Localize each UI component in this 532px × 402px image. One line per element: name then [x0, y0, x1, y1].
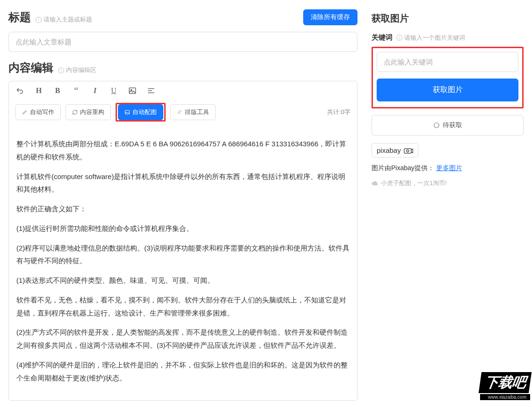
layout-tool-label: 排版工具 [185, 108, 209, 116]
auto-write-label: 自动写作 [30, 108, 54, 116]
svg-point-8 [407, 150, 409, 152]
pencil-icon [22, 109, 28, 115]
content-paragraph: (2)生产方式不同的软件是开发，是人类智能的高发挥，而不是传统意义上的硬件制造。… [16, 326, 350, 352]
format-toolbar: H B “ I U [9, 81, 357, 100]
action-buttons: 自动写作 内容重构 自动配图 排版工具 [15, 103, 216, 122]
undo-icon[interactable] [15, 86, 25, 95]
auto-image-button[interactable]: 自动配图 [118, 104, 163, 120]
italic-icon[interactable]: I [90, 86, 100, 95]
keyword-input[interactable] [377, 52, 518, 72]
title-group: 标题 i 请输入主题或标题 [8, 10, 92, 25]
picture-icon [124, 109, 130, 115]
title-header: 标题 i 请输入主题或标题 清除所有缓存 [8, 9, 357, 25]
heading-icon[interactable]: H [34, 86, 44, 95]
title-label: 标题 [8, 10, 31, 25]
status-button[interactable]: 待获取 [372, 115, 524, 136]
sidebar: 获取图片 关键词 i 请输入一个图片关键词 获取图片 待获取 pixabay 图… [366, 0, 532, 402]
wand-icon [177, 109, 182, 115]
editor: H B “ I U 自动写作 内容重构 [8, 81, 357, 401]
keyword-hint: i 请输入一个图片关键词 [396, 34, 465, 42]
more-images-link[interactable]: 更多图片 [436, 164, 462, 172]
svg-rect-7 [404, 148, 411, 153]
underline-icon[interactable]: U [109, 86, 118, 95]
rebuild-button[interactable]: 内容重构 [66, 104, 111, 120]
content-paragraph: (1)提供运行时所需功能和性能的命令或计算机程序集合。 [16, 222, 350, 235]
content-paragraph: 计算机软件(computer software)是指计算机系统中除硬件以外的所有… [16, 170, 350, 196]
action-toolbar: 自动写作 内容重构 自动配图 排版工具 共计:0字 [9, 100, 357, 128]
footer-hint-text: 小虎子配图，一次1淘币! [381, 179, 447, 187]
provided-prefix: 图片由Pixabay提供： [372, 164, 434, 172]
keyword-row: 关键词 i 请输入一个图片关键词 [372, 33, 524, 42]
content-paragraph: (1)表达形式不同的硬件类型、颜色、味道、可见、可摸、可闻。 [16, 274, 350, 287]
image-icon[interactable] [128, 86, 137, 95]
get-image-title: 获取图片 [372, 12, 524, 25]
highlight-keyword-box: 获取图片 [372, 47, 524, 108]
auto-image-label: 自动配图 [132, 108, 157, 116]
auto-write-button[interactable]: 自动写作 [15, 104, 61, 120]
get-image-button[interactable]: 获取图片 [377, 79, 518, 101]
content-header: 内容编辑 i 内容编辑区 [8, 60, 357, 75]
main-panel: 标题 i 请输入主题或标题 清除所有缓存 内容编辑 i 内容编辑区 H B “ … [0, 0, 366, 402]
cloud-icon [372, 180, 378, 187]
watermark-small: www.xiazaiba.com [480, 394, 530, 400]
align-icon[interactable] [146, 86, 156, 95]
content-paragraph: 软件看不见，无色，枯燥，看不见，摸不到，闻不到。软件大部分存在于人们的头脑或纸上… [16, 294, 350, 320]
info-icon: i [58, 67, 64, 73]
content-paragraph: 软件的正确含义如下： [16, 202, 350, 215]
footer-hint: 小虎子配图，一次1淘币! [372, 179, 524, 187]
bold-icon[interactable]: B [53, 86, 62, 95]
title-hint-text: 请输入主题或标题 [44, 15, 92, 24]
pixabay-badge: pixabay [372, 143, 418, 158]
highlight-auto-image: 自动配图 [116, 103, 166, 122]
info-icon: i [396, 35, 402, 41]
rebuild-label: 内容重构 [80, 108, 104, 116]
provided-row: 图片由Pixabay提供： 更多图片 [372, 164, 524, 172]
circle-icon [433, 122, 440, 129]
content-area[interactable]: 整个计算机系统由两部分组成：E.69DA 5 E 6 BA 9062616964… [9, 128, 357, 400]
info-icon: i [36, 17, 42, 23]
content-hint: i 内容编辑区 [58, 66, 96, 74]
content-paragraph: (4)维护不同的硬件是旧的，理论上软件是旧的，并不坏，但实际上软件也是旧的和坏的… [16, 359, 350, 385]
svg-point-6 [434, 123, 439, 128]
content-paragraph: (2)程序可以满意地处理信息的数据结构。(3)说明程序功能要求和程序需要的文档的… [16, 242, 350, 268]
status-text: 待获取 [443, 121, 462, 129]
word-count: 共计:0字 [327, 108, 350, 116]
watermark: 下载吧 www.xiazaiba.com [480, 372, 530, 400]
article-title-input[interactable] [8, 32, 357, 52]
content-hint-text: 内容编辑区 [66, 66, 96, 74]
title-hint: i 请输入主题或标题 [36, 15, 92, 24]
layout-tool-button[interactable]: 排版工具 [170, 104, 216, 120]
clear-cache-button[interactable]: 清除所有缓存 [303, 9, 357, 25]
content-paragraph: 整个计算机系统由两部分组成：E.69DA 5 E 6 BA 9062616964… [16, 137, 350, 164]
keyword-hint-text: 请输入一个图片关键词 [404, 34, 465, 42]
camera-icon [404, 147, 413, 154]
keyword-label: 关键词 [372, 33, 393, 42]
refresh-icon [72, 109, 78, 115]
watermark-big: 下载吧 [479, 372, 532, 393]
pixabay-text: pixabay [377, 146, 401, 154]
content-label: 内容编辑 [8, 60, 53, 75]
quote-icon[interactable]: “ [72, 86, 81, 95]
